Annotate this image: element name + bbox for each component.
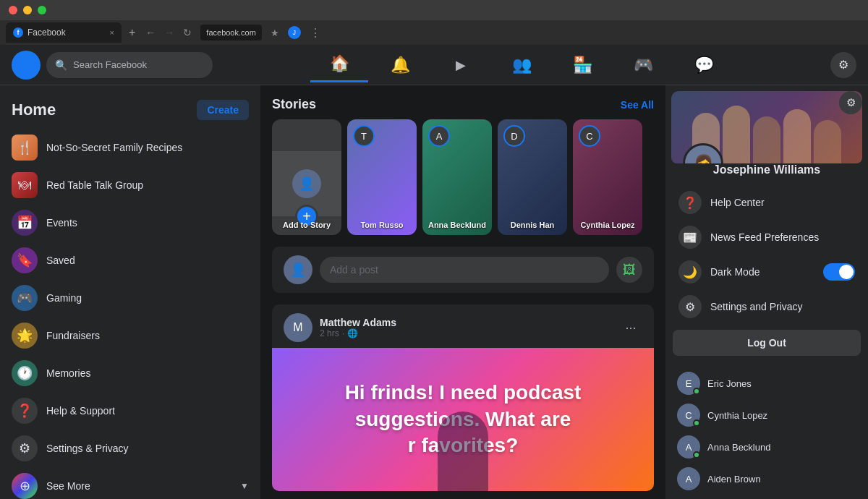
nav-messenger[interactable]: 💬 xyxy=(675,48,733,82)
recipes-icon: 🍴 xyxy=(12,135,38,161)
dark-mode-item[interactable]: 🌙 Dark Mode xyxy=(671,255,862,289)
story-tom-russo[interactable]: T Tom Russo xyxy=(347,119,417,235)
post-input[interactable]: Add a post xyxy=(320,257,609,283)
help-center-item[interactable]: ❓ Help Center xyxy=(671,185,862,220)
play-icon: ▶ xyxy=(456,57,466,73)
sidebar-item-label: Not-So-Secret Family Recipes xyxy=(46,142,182,153)
sidebar-item-events[interactable]: 📅 Events xyxy=(6,204,255,242)
story-avatar: T xyxy=(353,125,375,147)
post-meta: 2 hrs · 🌐 xyxy=(320,328,612,338)
browser-menu-icon[interactable]: ⋮ xyxy=(310,26,321,40)
toggle-knob xyxy=(839,265,854,279)
sidebar-item-saved[interactable]: 🔖 Saved xyxy=(6,242,255,279)
redtable-icon: 🍽 xyxy=(12,172,38,198)
sidebar-item-redtable[interactable]: 🍽 Red Table Talk Group xyxy=(6,166,255,204)
contact-anna-becklund[interactable]: A Anna Becklund xyxy=(671,431,862,463)
contact-cynthia-lopez[interactable]: C Cynthia Lopez xyxy=(671,399,862,431)
back-button[interactable]: ← xyxy=(145,27,156,38)
post-box-avatar: 👤 xyxy=(284,255,312,284)
facebook-logo xyxy=(12,51,41,80)
contact-aiden-brown[interactable]: A Aiden Brown xyxy=(671,463,862,495)
tab-close-icon[interactable]: × xyxy=(110,28,114,37)
news-feed-icon: 📰 xyxy=(678,226,702,249)
story-avatar: D xyxy=(503,125,525,147)
dark-mode-icon: 🌙 xyxy=(678,260,702,283)
messenger-icon: 💬 xyxy=(694,56,714,74)
gear-icon: ⚙ xyxy=(846,96,856,109)
contact-eric-jones[interactable]: E Eric Jones xyxy=(671,367,862,399)
sidebar-item-gaming[interactable]: 🎮 Gaming xyxy=(6,279,255,317)
sidebar-item-recipes[interactable]: 🍴 Not-So-Secret Family Recipes xyxy=(6,129,255,166)
media-icon: 🖼 xyxy=(623,263,636,278)
sidebar-item-fundraisers[interactable]: 🌟 Fundraisers xyxy=(6,317,255,354)
post-media-button[interactable]: 🖼 xyxy=(616,257,642,283)
sidebar-item-label: See More xyxy=(46,480,90,492)
story-anna-becklund[interactable]: A Anna Becklund xyxy=(422,119,492,235)
settings-privacy-item[interactable]: ⚙ Settings and Privacy xyxy=(671,289,862,324)
nav-notifications[interactable]: 🔔 xyxy=(371,48,429,82)
story-dennis-han[interactable]: D Dennis Han xyxy=(498,119,567,235)
main-content: Home Create 🍴 Not-So-Secret Family Recip… xyxy=(0,85,868,499)
search-icon: 🔍 xyxy=(55,59,67,71)
search-placeholder: Search Facebook xyxy=(73,59,147,70)
see-more-icon: ⊕ xyxy=(12,473,38,499)
events-icon: 📅 xyxy=(12,210,38,236)
online-indicator xyxy=(693,451,700,459)
contact-name: Eric Jones xyxy=(707,378,752,389)
settings-nav-button[interactable]: ⚙ xyxy=(830,52,856,78)
nav-center: 🏠 🔔 ▶ 👥 🏪 🎮 💬 xyxy=(213,48,830,82)
browser-tab[interactable]: f Facebook × xyxy=(6,22,122,43)
dark-mode-toggle[interactable] xyxy=(823,263,855,281)
address-bar[interactable]: facebook.com xyxy=(200,25,261,40)
privacy-icon: 🌐 xyxy=(347,328,358,338)
search-bar[interactable]: 🔍 Search Facebook xyxy=(46,52,213,78)
logout-button[interactable]: Log Out xyxy=(673,330,861,356)
sidebar-item-label: Memories xyxy=(46,367,90,379)
add-story-card[interactable]: 👤 + Add to Story xyxy=(272,119,341,235)
contact-name: Anna Becklund xyxy=(707,442,770,453)
nav-home[interactable]: 🏠 xyxy=(310,48,368,82)
maximize-button[interactable] xyxy=(38,6,46,14)
nav-gaming[interactable]: 🎮 xyxy=(614,48,672,82)
sidebar-item-see-more[interactable]: ⊕ See More ▼ xyxy=(6,467,255,499)
contacts-section: E Eric Jones C Cynthia Lopez A xyxy=(665,362,868,499)
post-figure-silhouette xyxy=(438,411,488,491)
nav-marketplace[interactable]: 🏪 xyxy=(553,48,611,82)
post-box: 👤 Add a post 🖼 xyxy=(272,247,654,293)
bookmark-icon[interactable]: ★ xyxy=(271,27,279,38)
gaming-icon: 🎮 xyxy=(634,56,653,74)
news-feed-prefs-item[interactable]: 📰 News Feed Preferences xyxy=(671,220,862,255)
saved-icon: 🔖 xyxy=(12,247,38,273)
close-button[interactable] xyxy=(9,6,17,14)
create-button[interactable]: Create xyxy=(197,100,249,120)
sidebar-item-settings[interactable]: ⚙ Settings & Privacy xyxy=(6,430,255,467)
fundraisers-icon: 🌟 xyxy=(12,323,38,349)
nav-watch[interactable]: ▶ xyxy=(432,48,490,82)
browser-chrome: f Facebook × + ← → ↻ facebook.com ★ J ⋮ xyxy=(0,0,868,45)
marketplace-icon: 🏪 xyxy=(573,56,592,74)
add-story-label: Add to Story xyxy=(272,221,341,229)
center-feed: Stories See All 👤 + Add to Story T xyxy=(260,85,665,499)
see-all-button[interactable]: See All xyxy=(621,99,654,111)
refresh-button[interactable]: ↻ xyxy=(183,27,192,38)
browser-profile-icon[interactable]: J xyxy=(288,26,301,39)
post-image: Hi friendsnds! I need podcast suggesgges… xyxy=(272,348,654,491)
dropdown-menu: ❓ Help Center 📰 News Feed Preferences 🌙 … xyxy=(665,185,868,324)
sidebar-item-memories[interactable]: 🕐 Memories xyxy=(6,354,255,392)
story-cynthia-lopez[interactable]: C Cynthia Lopez xyxy=(573,119,642,235)
gear-button[interactable]: ⚙ xyxy=(839,91,862,114)
news-feed-label: News Feed Preferences xyxy=(710,231,819,243)
stories-title: Stories xyxy=(272,97,316,112)
nav-friends[interactable]: 👥 xyxy=(493,48,550,82)
left-sidebar: Home Create 🍴 Not-So-Secret Family Recip… xyxy=(0,85,260,499)
sidebar-item-help[interactable]: ❓ Help & Support xyxy=(6,392,255,430)
post-options-button[interactable]: ··· xyxy=(619,316,642,339)
tab-label: Facebook xyxy=(27,27,66,38)
contact-betty-chen[interactable]: B Betty Chen xyxy=(671,495,862,499)
sidebar-header: Home Create xyxy=(6,94,255,129)
minimize-button[interactable] xyxy=(23,6,32,14)
post-placeholder: Add a post xyxy=(330,264,378,276)
settings-privacy-icon: ⚙ xyxy=(678,295,702,318)
new-tab-button[interactable]: + xyxy=(124,26,140,39)
forward-button[interactable]: → xyxy=(164,27,174,38)
